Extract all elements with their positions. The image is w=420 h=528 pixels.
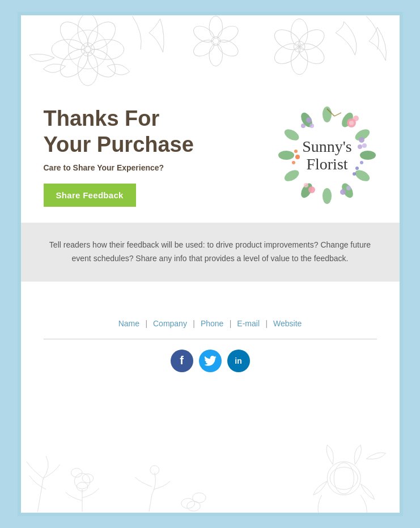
email-container: Thanks For Your Purchase Care to Share Y… [18,12,403,516]
footer-link-company[interactable]: Company [153,319,187,328]
svg-point-26 [77,482,88,491]
footer-links: Name | Company | Phone | E-mail | Websit… [44,318,377,329]
twitter-bird-icon [204,356,217,366]
subtitle: Care to Share Your Experience? [44,163,266,172]
facebook-icon-button[interactable]: f [171,350,193,372]
logo-circle: Sunny's Florist [278,106,377,205]
main-section: Thanks For Your Purchase Care to Share Y… [44,106,377,207]
logo-area: Sunny's Florist [278,106,377,205]
info-text: Tell readers how their feedback will be … [44,239,377,266]
svg-point-25 [82,474,94,483]
svg-point-34 [334,463,354,494]
facebook-f-icon: f [180,354,184,367]
social-icons: f in [44,350,377,372]
footer-link-name[interactable]: Name [118,319,139,328]
info-box: Tell readers how their feedback will be … [21,223,400,282]
svg-point-31 [186,501,200,512]
svg-point-29 [181,499,194,509]
left-content: Thanks For Your Purchase Care to Share Y… [44,106,266,207]
twitter-icon-button[interactable] [199,350,222,372]
svg-point-30 [192,493,206,503]
svg-point-33 [330,467,358,489]
share-feedback-button[interactable]: Share Feedback [44,184,136,207]
svg-point-32 [327,462,360,495]
footer-link-email[interactable]: E-mail [237,319,260,328]
content-wrapper: Thanks For Your Purchase Care to Share Y… [21,15,400,395]
footer-link-phone[interactable]: Phone [201,319,223,328]
svg-point-28 [150,466,159,475]
linkedin-in-icon: in [235,356,241,365]
floral-bottom-decoration [21,399,400,513]
logo-text: Sunny's Florist [302,138,352,173]
linkedin-icon-button[interactable]: in [227,350,250,372]
svg-point-24 [71,469,82,478]
main-title: Thanks For Your Purchase [44,106,266,157]
footer-link-website[interactable]: Website [273,319,302,328]
svg-point-27 [74,473,90,489]
footer-divider [44,339,377,339]
